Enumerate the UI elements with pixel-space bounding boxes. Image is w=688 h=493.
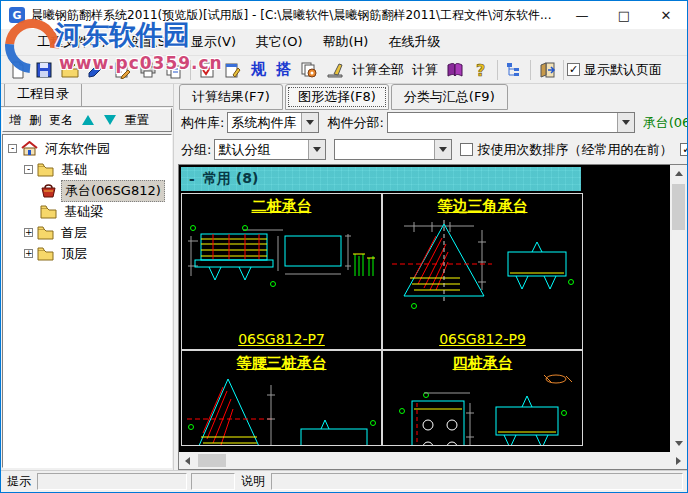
reset-button[interactable]: 重置 [121, 110, 153, 131]
gallery-canvas: - 常用 (8) 二桩承台 [179, 165, 670, 452]
description-label: 说明 [237, 473, 269, 490]
scroll-up-icon[interactable] [670, 165, 687, 182]
collapse-group-icon[interactable]: - [181, 171, 203, 187]
tree-item-first-floor[interactable]: + 首层 [3, 222, 171, 243]
close-button[interactable]: ✕ [645, 1, 687, 29]
manual-book-icon[interactable] [442, 57, 468, 82]
group-select[interactable]: 默认分组 [214, 139, 326, 160]
delete-button[interactable]: 删 [25, 110, 45, 131]
lap-button[interactable]: 搭 [271, 60, 296, 79]
vertical-scroll-thumb[interactable] [672, 184, 685, 230]
check-dialog-icon[interactable] [194, 57, 220, 82]
print-icon[interactable] [135, 57, 161, 82]
move-up-icon[interactable] [82, 115, 94, 125]
group-header-label: 常用 (8) [203, 170, 258, 188]
chevron-down-icon[interactable] [301, 113, 318, 132]
folder-icon [37, 162, 54, 177]
hint-field [37, 473, 187, 490]
calc-pencil-icon[interactable] [322, 57, 348, 82]
folder-icon [40, 204, 57, 219]
menu-online-upgrade[interactable]: 在线升级 [378, 30, 450, 54]
four-pile-cap-drawing [384, 373, 581, 445]
horizontal-scrollbar[interactable] [179, 452, 687, 469]
calc-button[interactable]: 计算 [408, 61, 442, 79]
expand-icon[interactable]: + [24, 228, 33, 237]
subgroup-select[interactable] [334, 139, 452, 160]
gallery-item-code: 06SG812-P7 [238, 331, 325, 349]
show-default-page-label: 显示默认页面 [584, 61, 662, 79]
tree-view-icon[interactable] [501, 57, 527, 82]
move-down-icon[interactable] [104, 115, 116, 125]
copy-icon[interactable] [161, 57, 187, 82]
menu-other[interactable]: 其它(O) [246, 30, 312, 54]
menu-help[interactable]: 帮助(H) [312, 30, 378, 54]
gallery-item-title: 等边三角承台 [438, 194, 528, 216]
rule-button[interactable]: 规 [246, 60, 271, 79]
show-default-page-checkbox[interactable]: 显示默认页面 [567, 61, 662, 79]
house-icon [21, 141, 38, 156]
add-button[interactable]: 增 [5, 110, 25, 131]
tree-item-top-floor[interactable]: + 顶层 [3, 243, 171, 264]
menu-project-file[interactable]: 工程文件(F) [27, 30, 117, 54]
help-icon[interactable]: ? [468, 57, 494, 82]
chevron-down-icon[interactable] [308, 140, 325, 159]
scroll-left-icon[interactable] [179, 452, 196, 469]
gallery-item-isosceles-three-pile-cap[interactable]: 等腰三桩承台 [181, 350, 382, 446]
tree-item-root[interactable]: - 河东软件园 [3, 138, 171, 159]
expand-icon[interactable]: + [24, 249, 33, 258]
tab-classify-summary[interactable]: 分类与汇总(F9) [391, 84, 508, 110]
horizontal-scroll-thumb[interactable] [198, 454, 226, 467]
maximize-button[interactable]: □ [603, 1, 645, 29]
equilateral-triangle-cap-drawing [384, 216, 581, 331]
minimize-button[interactable]: — [561, 1, 603, 29]
sort-by-usage-checkbox[interactable]: 按使用次数排序（经常用的在前） [460, 141, 672, 159]
library-select[interactable]: 系统构件库 [227, 112, 319, 133]
component-gallery: - 常用 (8) 二桩承台 [178, 164, 687, 470]
new-file-icon[interactable] [5, 57, 31, 82]
chevron-down-icon[interactable] [617, 113, 634, 132]
component-panel: 计算结果(F7) 图形选择(F8) 分类与汇总(F9) 构件库: 系统构件库 构… [177, 84, 687, 470]
folder-icon [37, 246, 54, 261]
folder-icon [37, 225, 54, 240]
gallery-item-two-pile-cap[interactable]: 二桩承台 [181, 193, 382, 350]
menu-settings[interactable]: 设置(S) [117, 30, 181, 54]
group-header-common[interactable]: - 常用 (8) [181, 167, 581, 191]
collapse-icon[interactable]: - [8, 144, 17, 153]
scroll-right-icon[interactable] [670, 452, 687, 469]
exit-door-icon[interactable] [534, 57, 560, 82]
book-marker-icon[interactable] [83, 57, 109, 82]
gallery-item-equilateral-triangle-cap[interactable]: 等边三角承台 [382, 193, 583, 350]
tree-item-label: 顶层 [58, 244, 90, 264]
group-filter-row: 分组: 默认分组 按使用次数排序（经常用的在前） 隐藏分组 [177, 136, 687, 163]
tree-item-pile-cap[interactable]: 承台(06SG812) [3, 180, 171, 201]
gallery-item-four-pile-cap[interactable]: 四桩承台 [382, 350, 583, 446]
tab-graphic-select[interactable]: 图形选择(F8) [285, 84, 389, 110]
menu-view[interactable]: 显示(V) [181, 30, 246, 54]
calc-all-button[interactable]: 计算全部 [348, 61, 408, 79]
tree-item-label: 基础梁 [61, 202, 106, 222]
open-folder-icon[interactable] [57, 57, 83, 82]
tab-calc-results[interactable]: 计算结果(F7) [179, 84, 283, 110]
tree-item-foundation-beam[interactable]: 基础梁 [3, 201, 171, 222]
component-part-select[interactable] [387, 112, 635, 133]
collapse-icon[interactable]: - [24, 165, 33, 174]
tree-item-foundation[interactable]: - 基础 [3, 159, 171, 180]
save-icon[interactable] [31, 57, 57, 82]
tab-project-directory[interactable]: 工程目录 [4, 84, 82, 106]
vertical-scrollbar[interactable] [670, 165, 687, 452]
edit-pad-icon[interactable] [220, 57, 246, 82]
scroll-down-icon[interactable] [670, 435, 687, 452]
chevron-down-icon[interactable] [434, 140, 451, 159]
group-label: 分组: [181, 141, 211, 159]
tree-toolbar: 增 删 更名 重置 [2, 108, 172, 132]
rename-button[interactable]: 更名 [45, 110, 77, 131]
result-tab-strip: 计算结果(F7) 图形选择(F8) 分类与汇总(F9) [177, 84, 687, 109]
toolbar-separator [530, 60, 531, 80]
tree-item-label: 首层 [58, 223, 90, 243]
gallery-item-title: 等腰三桩承台 [237, 351, 327, 373]
properties-icon[interactable] [109, 57, 135, 82]
pages-gear-icon[interactable] [296, 57, 322, 82]
tree-item-label: 河东软件园 [42, 139, 113, 159]
hide-group-checkbox[interactable]: 隐藏分组 [680, 141, 687, 159]
two-pile-cap-drawing [183, 216, 380, 331]
